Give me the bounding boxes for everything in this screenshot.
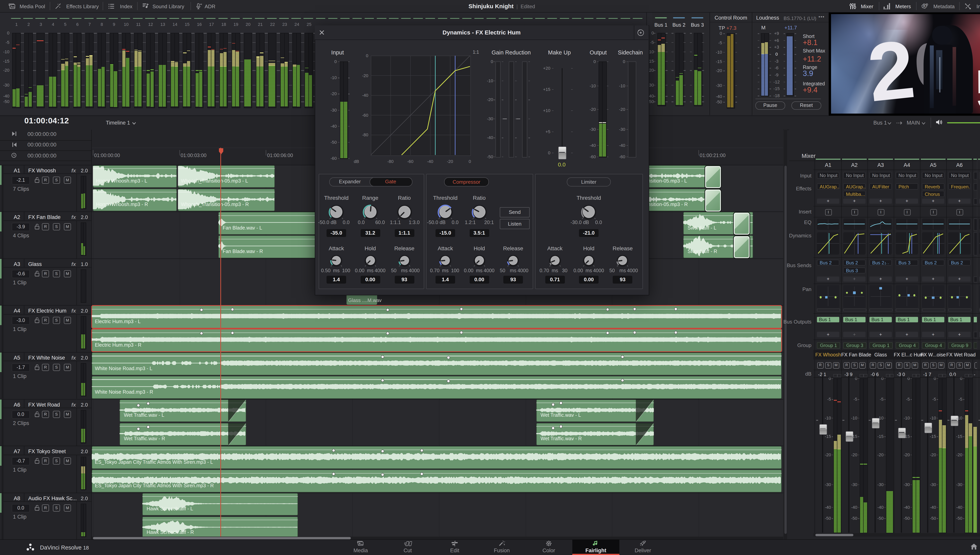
svg-text:B: B: [923, 4, 925, 8]
